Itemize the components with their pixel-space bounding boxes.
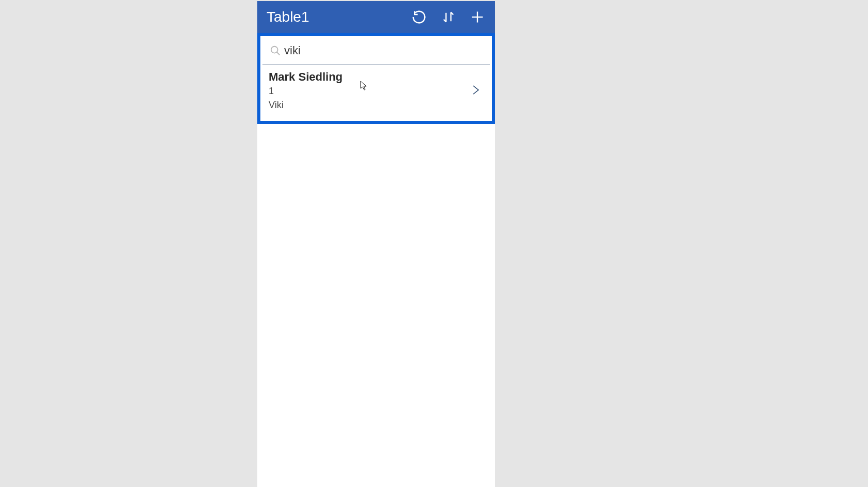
chevron-right-icon[interactable] <box>469 82 484 100</box>
list-item-text: Mark Siedling 1 Viki <box>269 70 469 112</box>
list-item-title: Mark Siedling <box>269 70 469 84</box>
refresh-icon[interactable] <box>411 9 427 25</box>
list-item[interactable]: Mark Siedling 1 Viki <box>260 65 492 121</box>
svg-point-0 <box>271 46 278 53</box>
list-item-line3: Viki <box>269 99 469 112</box>
page-title: Table1 <box>266 9 309 25</box>
add-icon[interactable] <box>470 10 485 24</box>
sort-icon[interactable] <box>441 9 456 25</box>
search-input[interactable] <box>284 44 484 57</box>
search-icon <box>267 45 284 56</box>
app-frame: Table1 <box>257 1 495 487</box>
empty-body <box>257 124 495 487</box>
list-item-line2: 1 <box>269 85 469 98</box>
header-actions <box>411 9 487 25</box>
search-row[interactable] <box>262 36 490 65</box>
highlight-box: Mark Siedling 1 Viki <box>257 33 495 124</box>
header-bar: Table1 <box>257 1 495 33</box>
